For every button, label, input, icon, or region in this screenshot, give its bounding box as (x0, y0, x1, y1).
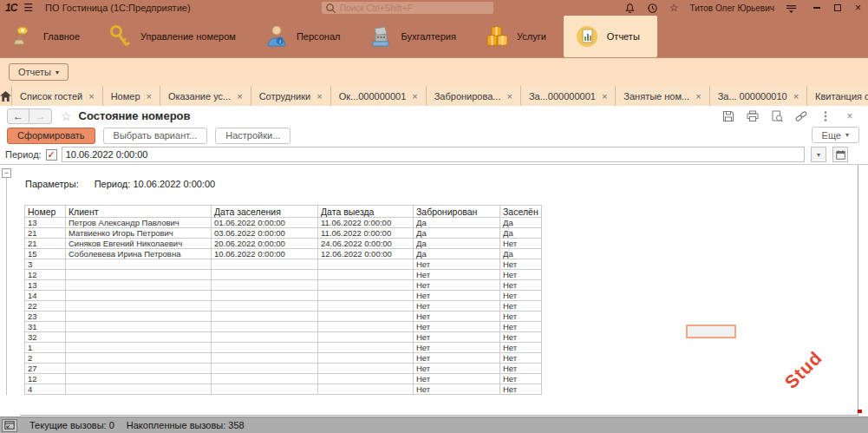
ribbon-item-glavnoe[interactable]: Главное (0, 16, 97, 57)
table-cell[interactable] (66, 322, 212, 332)
table-cell[interactable] (212, 259, 318, 270)
table-cell[interactable] (318, 322, 414, 332)
table-cell[interactable]: Нет (500, 291, 542, 301)
table-cell[interactable]: Да (500, 228, 542, 239)
table-cell[interactable] (318, 312, 414, 322)
table-cell[interactable]: 12 (25, 270, 66, 280)
table-cell[interactable]: 2 (25, 353, 66, 364)
close-window-button[interactable]: × (855, 3, 861, 12)
table-cell[interactable] (318, 343, 414, 353)
table-cell[interactable] (212, 364, 318, 374)
table-cell[interactable]: 32 (25, 332, 66, 343)
tab[interactable]: Забронирова... × (427, 86, 521, 106)
table-row[interactable]: 12НетНет (25, 270, 542, 280)
tab[interactable]: Сотрудники × (251, 86, 331, 106)
table-cell[interactable]: Нет (500, 343, 542, 353)
table-cell[interactable]: Да (414, 249, 500, 259)
table-row[interactable]: 21Синяков Евгений Николаевич20.06.2022 0… (25, 239, 542, 249)
table-cell[interactable]: 4 (25, 384, 66, 395)
table-cell[interactable] (212, 270, 318, 280)
table-cell[interactable]: Синяков Евгений Николаевич (66, 239, 212, 249)
table-cell[interactable]: 14 (25, 291, 66, 301)
table-cell[interactable]: 22 (25, 301, 66, 312)
ribbon-item-personal[interactable]: i Персонал (253, 16, 358, 57)
global-search-input[interactable]: Поиск Ctrl+Shift+F (322, 2, 493, 14)
home-tab[interactable] (0, 86, 12, 106)
table-cell[interactable]: 31 (25, 322, 66, 332)
table-row[interactable]: 2НетНет (25, 353, 542, 364)
table-cell[interactable] (66, 291, 212, 301)
table-cell[interactable] (318, 291, 414, 301)
table-cell[interactable]: Да (500, 249, 542, 259)
print-icon[interactable] (747, 110, 759, 122)
main-menu-icon[interactable]: ☰ (23, 2, 33, 14)
table-cell[interactable]: 15 (25, 249, 66, 259)
table-cell[interactable]: 01.06.2022 0:00:00 (212, 218, 318, 228)
table-cell[interactable]: Нет (414, 301, 500, 312)
table-cell[interactable]: 20.06.2022 0:00:00 (212, 239, 318, 249)
table-cell[interactable] (212, 374, 318, 384)
table-cell[interactable]: 12 (25, 374, 66, 384)
tab[interactable]: Квитанция о... × (807, 86, 868, 106)
table-row[interactable]: 22НетНет (25, 301, 542, 312)
period-date-input[interactable]: 10.06.2022 0:00:00 (62, 147, 805, 162)
tab-close-icon[interactable]: × (88, 91, 94, 102)
table-cell[interactable]: Нет (500, 280, 542, 291)
table-row[interactable]: 1НетНет (25, 343, 542, 353)
table-cell[interactable]: Нет (500, 259, 542, 270)
table-cell[interactable]: Нет (414, 343, 500, 353)
settings-button[interactable]: Настройки... (215, 128, 290, 144)
table-cell[interactable]: Нет (500, 270, 542, 280)
tab-close-icon[interactable]: × (147, 91, 152, 102)
table-row[interactable]: 13Петров Александр Павлович01.06.2022 0:… (25, 218, 542, 228)
table-cell[interactable]: Нет (414, 332, 500, 343)
table-cell[interactable]: Нет (500, 332, 542, 343)
table-cell[interactable]: 27 (25, 364, 66, 374)
table-cell[interactable] (212, 301, 318, 312)
table-cell[interactable]: Соболевева Ирина Петровна (66, 249, 212, 259)
period-dropdown-button[interactable]: ▾ (811, 147, 826, 162)
tab[interactable]: За... 000000010 × (710, 86, 807, 106)
generate-button[interactable]: Сформировать (7, 128, 95, 144)
table-cell[interactable]: 10.06.2022 0:00:00 (212, 249, 318, 259)
tab-close-icon[interactable]: × (602, 91, 607, 102)
table-cell[interactable]: Нет (414, 291, 500, 301)
favorite-star-icon[interactable]: ☆ (61, 109, 72, 123)
service-menu-icon[interactable] (786, 3, 797, 14)
table-cell[interactable] (318, 280, 414, 291)
table-cell[interactable]: Нет (414, 312, 500, 322)
table-row[interactable]: 32НетНет (25, 332, 542, 343)
table-cell[interactable] (212, 322, 318, 332)
table-cell[interactable] (66, 353, 212, 364)
table-cell[interactable]: 13 (25, 218, 66, 228)
table-cell[interactable]: Нет (500, 322, 542, 332)
table-row[interactable]: 13НетНет (25, 280, 542, 291)
minimize-button[interactable] (813, 7, 820, 9)
table-row[interactable]: 21Матвиенко Игорь Петрович03.06.2022 0:0… (25, 228, 542, 239)
link-icon[interactable] (795, 110, 807, 122)
table-cell[interactable]: Нет (414, 374, 500, 384)
tab[interactable]: Ок...000000001 × (331, 86, 427, 106)
table-cell[interactable] (66, 343, 212, 353)
table-row[interactable]: 31НетНет (25, 322, 542, 332)
table-cell[interactable]: 24.06.2022 0:00:00 (318, 239, 414, 249)
table-cell[interactable] (318, 270, 414, 280)
table-cell[interactable] (212, 332, 318, 343)
table-cell[interactable] (318, 259, 414, 270)
table-cell[interactable]: Нет (500, 353, 542, 364)
notifications-bell-icon[interactable] (624, 3, 636, 14)
table-row[interactable]: 14НетНет (25, 291, 542, 301)
table-row[interactable]: 4НетНет (25, 384, 542, 395)
calls-indicator-icon[interactable] (2, 419, 17, 432)
table-cell[interactable]: 23 (25, 312, 66, 322)
more-dots-icon[interactable] (819, 110, 832, 122)
table-cell[interactable] (318, 374, 414, 384)
table-cell[interactable] (66, 280, 212, 291)
table-cell[interactable] (212, 312, 318, 322)
tab-close-icon[interactable]: × (412, 91, 417, 102)
table-cell[interactable] (318, 301, 414, 312)
tab-close-icon[interactable]: × (237, 91, 242, 102)
table-cell[interactable]: Нет (414, 384, 500, 395)
table-cell[interactable]: Да (414, 218, 500, 228)
current-user-name[interactable]: Титов Олег Юрьевич (690, 3, 774, 13)
